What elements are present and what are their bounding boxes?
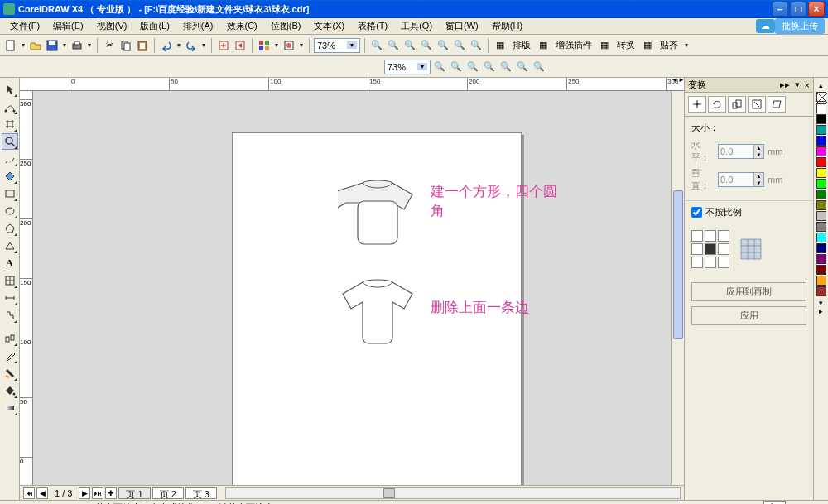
page-next-button[interactable]: ▶: [79, 487, 90, 499]
minimize-button[interactable]: –: [772, 2, 788, 17]
color-swatch[interactable]: [816, 103, 826, 113]
vertical-spinner[interactable]: ▲▼: [718, 172, 764, 187]
menu-edit[interactable]: 编辑(E): [46, 18, 90, 34]
zoom-onetoone-button[interactable]: 🔍: [432, 60, 447, 74]
transform-size-button[interactable]: [748, 96, 766, 113]
apply-button[interactable]: 应用: [691, 306, 806, 325]
transform-scale-button[interactable]: [728, 96, 746, 113]
zoom-width-button[interactable]: 🔍: [436, 38, 450, 53]
basic-shapes-tool[interactable]: [2, 238, 18, 254]
align-plugin-icon[interactable]: ▦: [640, 38, 655, 53]
save-button[interactable]: [45, 38, 60, 53]
zoom-selection-button[interactable]: 🔍: [469, 38, 484, 53]
text-tool[interactable]: A: [2, 255, 18, 271]
color-swatch[interactable]: [816, 243, 826, 253]
zoom-combo[interactable]: ▾: [314, 38, 360, 53]
layout-plugin-icon[interactable]: ▦: [493, 38, 508, 53]
hscroll-thumb[interactable]: [383, 488, 395, 498]
zoom-level-combo[interactable]: ▾: [384, 60, 431, 74]
print-dropdown[interactable]: ▾: [86, 41, 93, 49]
close-button[interactable]: ×: [808, 2, 825, 17]
connector-tool[interactable]: [2, 307, 18, 324]
docker-menu-button[interactable]: ▾: [795, 79, 800, 90]
zoom-pg-button[interactable]: 🔍: [498, 60, 513, 74]
menu-arrange[interactable]: 排列(A): [176, 18, 220, 34]
welcome-dropdown[interactable]: ▾: [298, 41, 305, 49]
docker-flyout-button[interactable]: ▸▸: [780, 79, 790, 90]
apply-duplicate-button[interactable]: 应用到再制: [691, 282, 806, 301]
interactive-fill-tool[interactable]: [2, 400, 18, 416]
color-swatch[interactable]: [816, 179, 826, 189]
color-swatch[interactable]: [816, 136, 826, 146]
export-button[interactable]: [233, 38, 248, 53]
transform-skew-button[interactable]: [768, 96, 786, 113]
copy-button[interactable]: [118, 38, 133, 53]
redo-button[interactable]: [184, 38, 199, 53]
color-swatch[interactable]: [816, 254, 826, 264]
menu-table[interactable]: 表格(T): [351, 18, 394, 34]
color-swatch[interactable]: [816, 200, 826, 210]
color-swatch[interactable]: [816, 168, 826, 178]
zoom-in-button[interactable]: 🔍: [369, 38, 384, 53]
palette-scroll-up[interactable]: ▴: [819, 81, 823, 89]
lock-ratio-checkbox[interactable]: [691, 207, 702, 218]
app-launcher-dropdown[interactable]: ▾: [273, 41, 280, 49]
zoom-height-button[interactable]: 🔍: [452, 38, 467, 53]
convert-plugin-label[interactable]: 转换: [614, 39, 638, 51]
fill-tool[interactable]: [2, 382, 18, 399]
app-launcher-button[interactable]: [257, 38, 272, 53]
ellipse-tool[interactable]: [2, 203, 18, 219]
zoom-actual-button[interactable]: 🔍: [449, 60, 464, 74]
zoom-pgw-button[interactable]: 🔍: [515, 60, 530, 74]
page-tab-2[interactable]: 页 2: [152, 487, 184, 499]
page-last-button[interactable]: ⏭: [92, 487, 104, 499]
page-first-button[interactable]: ⏮: [23, 487, 35, 499]
color-swatch[interactable]: [816, 233, 826, 242]
dimension-tool[interactable]: [2, 290, 18, 306]
import-button[interactable]: [216, 38, 231, 53]
page-tab-3[interactable]: 页 3: [185, 487, 217, 499]
color-swatch[interactable]: [816, 276, 826, 286]
color-swatch[interactable]: [816, 286, 826, 296]
welcome-button[interactable]: [282, 38, 296, 53]
menu-tools[interactable]: 工具(Q): [394, 18, 439, 34]
cloud-icon-button[interactable]: ☁: [756, 19, 775, 33]
layout-plugin-label[interactable]: 排版: [509, 39, 534, 51]
maximize-button[interactable]: □: [790, 2, 806, 17]
zoom-out-button[interactable]: 🔍: [386, 38, 401, 53]
transform-rotate-button[interactable]: [708, 96, 726, 113]
color-swatch[interactable]: [816, 222, 826, 232]
zoom-pgh-button[interactable]: 🔍: [532, 60, 546, 74]
polygon-tool[interactable]: [2, 220, 18, 237]
menu-layout[interactable]: 版面(L): [133, 18, 176, 34]
canvas-area[interactable]: 建一个方形，四个圆角 删除上面一条边: [33, 91, 671, 485]
zoom-level-input[interactable]: [388, 62, 417, 72]
undo-button[interactable]: [159, 38, 174, 53]
scrollbar-thumb[interactable]: [673, 190, 683, 339]
zoom-page-button[interactable]: 🔍: [419, 38, 434, 53]
color-swatch[interactable]: [816, 265, 826, 275]
undo-dropdown[interactable]: ▾: [176, 41, 182, 49]
freehand-tool[interactable]: [2, 151, 18, 167]
menu-effects[interactable]: 效果(C): [220, 18, 264, 34]
convert-plugin-icon[interactable]: ▦: [597, 38, 612, 53]
color-swatch[interactable]: [816, 190, 826, 199]
chevron-down-icon[interactable]: ▾: [347, 41, 357, 49]
menu-view[interactable]: 视图(V): [90, 18, 134, 34]
enhance-plugin-icon[interactable]: ▦: [536, 38, 551, 53]
anchor-grid[interactable]: [691, 230, 729, 268]
zoom-fit-button[interactable]: 🔍: [402, 38, 417, 53]
new-dropdown[interactable]: ▾: [20, 41, 26, 49]
rectangle-tool[interactable]: [2, 185, 18, 202]
new-button[interactable]: [3, 38, 18, 53]
menu-file[interactable]: 文件(F): [3, 18, 46, 34]
palette-flyout[interactable]: ▸: [819, 307, 823, 315]
palette-scroll-down[interactable]: ▾: [819, 299, 823, 307]
eyedropper-tool[interactable]: [2, 348, 18, 364]
chevron-down-icon[interactable]: ▾: [417, 63, 427, 70]
menu-bitmap[interactable]: 位图(B): [264, 18, 308, 34]
color-swatch[interactable]: [816, 146, 826, 156]
zoom-tool[interactable]: [2, 133, 18, 150]
color-swatch[interactable]: [816, 125, 826, 135]
smart-fill-tool[interactable]: [2, 168, 18, 185]
